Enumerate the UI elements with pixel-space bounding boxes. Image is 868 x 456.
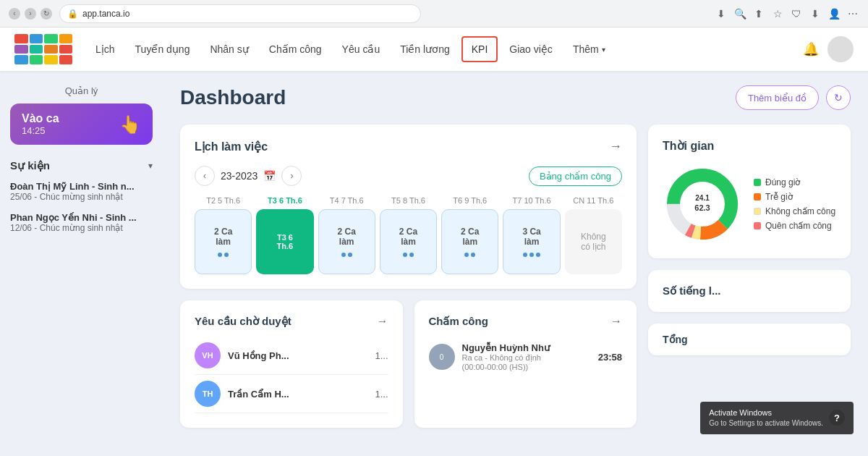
yeu-cau-title: Yêu cầu chờ duyệt	[195, 315, 292, 328]
day-col-5: T7 10 Th.6 3 Calàm	[503, 196, 560, 274]
day-card-3[interactable]: 2 Calàm	[380, 209, 437, 274]
download-icon[interactable]: ⬇	[715, 7, 728, 20]
nav-item-nhan-su[interactable]: Nhân sự	[201, 38, 257, 61]
share-icon[interactable]: ⬆	[752, 7, 765, 20]
nav-item-yeu-cau[interactable]: Yêu cầu	[333, 38, 389, 61]
nav-item-kpi[interactable]: KPI	[461, 36, 498, 62]
dot	[529, 253, 534, 257]
legend-dot-red	[754, 222, 761, 229]
browser-actions: ⬇ 🔍 ⬆ ☆ 🛡 ⬇ 👤 ⋯	[715, 7, 859, 20]
vao-ca-time: 14:25	[22, 125, 59, 136]
activate-text: Activate Windows Go to Settings to activ…	[709, 408, 823, 428]
bell-icon[interactable]: 🔔	[803, 41, 819, 57]
nav-item-giao-viec[interactable]: Giao việc	[501, 38, 561, 61]
address-bar[interactable]: 🔒 app.tanca.io	[59, 4, 421, 23]
shield-icon[interactable]: 🛡	[790, 7, 803, 20]
refresh-button[interactable]: ↻	[826, 85, 851, 110]
day-card-0[interactable]: 2 Calàm	[195, 209, 252, 274]
nav-item-them[interactable]: Thêm ▾	[564, 38, 614, 61]
day-dots-0	[218, 253, 229, 257]
day-grid: T2 5 Th.6 2 Calàm	[195, 196, 622, 274]
bang-cham-cong-button[interactable]: Bảng chấm công	[529, 166, 622, 186]
lock-icon: 🔒	[67, 9, 78, 19]
vao-ca-title: Vào ca	[22, 112, 59, 125]
cham-initials-0: 0	[440, 353, 444, 361]
nav-item-tien-luong[interactable]: Tiền lương	[391, 38, 459, 61]
day-dots-4	[464, 253, 475, 257]
day-header-1: T3 6 Th.6	[268, 196, 302, 205]
legend-dot-orange	[754, 193, 761, 200]
su-kien-title: Sự kiện	[10, 159, 50, 172]
donut-labels: Đúng giờ Trễ giờ Không chấm công	[754, 177, 835, 231]
next-week-button[interactable]: ›	[281, 166, 302, 186]
back-btn[interactable]: ‹	[9, 8, 20, 20]
menu-icon[interactable]: ⋯	[846, 7, 859, 20]
day-card-1[interactable]: T3 6Th.6	[256, 209, 313, 274]
svg-text:62.3: 62.3	[694, 203, 710, 212]
day-col-1: T3 6 Th.6 T3 6Th.6	[256, 196, 313, 274]
day-col-4: T6 9 Th.6 2 Calàm	[441, 196, 498, 274]
calendar-icon[interactable]: 📅	[263, 170, 276, 182]
vao-ca-button[interactable]: Vào ca 14:25 👆	[10, 104, 153, 145]
nav-item-lich[interactable]: Lịch	[87, 38, 124, 61]
nav-item-tuyen-dung[interactable]: Tuyển dụng	[127, 38, 199, 61]
event-item-0[interactable]: Đoàn Thị Mỹ Linh - Sinh n... 25/06 - Chú…	[10, 181, 153, 202]
svg-text:24.1: 24.1	[695, 194, 710, 202]
day-shift-2: 2 Calàm	[338, 227, 356, 247]
activate-line2: Go to Settings to activate Windows.	[709, 418, 823, 428]
prev-week-button[interactable]: ‹	[195, 166, 215, 186]
zoom-icon[interactable]: 🔍	[733, 7, 746, 20]
su-kien-header[interactable]: Sự kiện ▾	[10, 159, 153, 172]
day-card-2[interactable]: 2 Calàm	[318, 209, 375, 274]
req-name-1: Trần Cẩm H...	[228, 389, 289, 400]
lich-title: Lịch làm việc	[195, 140, 268, 153]
day-col-0: T2 5 Th.6 2 Calàm	[195, 196, 252, 274]
user-avatar[interactable]	[827, 36, 854, 62]
forward-btn[interactable]: ›	[25, 8, 36, 20]
day-header-0: T2 5 Th.6	[206, 196, 240, 205]
day-shift-4: 2 Calàm	[461, 227, 479, 247]
day-card-5[interactable]: 3 Calàm	[503, 209, 560, 274]
dot	[341, 253, 346, 257]
legend-label-3: Quên chấm công	[765, 221, 832, 231]
request-item-1[interactable]: TH Trần Cẩm H... 1...	[195, 375, 388, 413]
legend-khong-cham: Không chấm công	[754, 206, 835, 216]
bookmark-icon[interactable]: ☆	[771, 7, 784, 20]
nav-right: 🔔	[803, 36, 854, 62]
activate-line1: Activate Windows	[709, 408, 823, 418]
dot	[471, 253, 475, 257]
add-chart-button[interactable]: Thêm biểu đồ	[736, 85, 819, 110]
event-item-1[interactable]: Phan Ngọc Yến Nhi - Sinh ... 12/06 - Chú…	[10, 212, 153, 233]
cham-item-0[interactable]: 0 Nguyễn Huỳnh Như Ra ca - Không có định…	[429, 337, 623, 377]
url-text: app.tanca.io	[82, 9, 129, 19]
day-card-4[interactable]: 2 Calàm	[441, 209, 498, 274]
app: Lịch Tuyển dụng Nhân sự Chấm công Yêu cầ…	[0, 28, 868, 456]
fingerprint-icon: 👆	[119, 114, 141, 135]
vao-ca-text: Vào ca 14:25	[22, 112, 59, 136]
activate-help-icon[interactable]: ?	[829, 410, 845, 426]
request-item-0[interactable]: VH Vũ Hồng Ph... 1...	[195, 337, 388, 375]
main-area: Quản lý Vào ca 14:25 👆 Sự kiện ▾ Đoàn Th…	[0, 71, 868, 456]
left-column: Lịch làm việc → ‹ 23-2023 📅 › Bảng chấm …	[180, 124, 637, 428]
windows-activation: Activate Windows Go to Settings to activ…	[700, 402, 854, 434]
donut-container: 24.1 62.3 Đúng giờ	[663, 164, 836, 244]
dot	[224, 253, 229, 257]
cham-name-0: Nguyễn Huỳnh Như	[462, 342, 591, 353]
profile-icon[interactable]: 👤	[827, 7, 841, 20]
yeu-cau-arrow-icon[interactable]: →	[377, 315, 388, 328]
extension-icon[interactable]: ⬇	[809, 7, 822, 20]
reload-btn[interactable]: ↻	[41, 8, 52, 20]
logo[interactable]	[14, 34, 72, 64]
so-tien-title: Số tiếng l...	[663, 284, 836, 297]
right-panel: Thời gian	[648, 124, 851, 428]
cham-cong-arrow-icon[interactable]: →	[610, 315, 622, 328]
day-col-6: CN 11 Th.6 Khôngcó lịch	[565, 196, 622, 274]
cham-info-0: Nguyễn Huỳnh Như Ra ca - Không có định(0…	[462, 342, 591, 371]
su-kien-arrow-icon: ▾	[148, 161, 153, 171]
day-shift-6: Khôngcó lịch	[581, 232, 606, 252]
nav-item-cham-cong[interactable]: Chấm công	[260, 38, 331, 61]
lich-arrow-icon[interactable]: →	[609, 139, 622, 154]
day-card-6[interactable]: Khôngcó lịch	[565, 209, 622, 274]
donut-chart: 24.1 62.3	[663, 164, 742, 244]
day-col-2: T4 7 Th.6 2 Calàm	[318, 196, 375, 274]
